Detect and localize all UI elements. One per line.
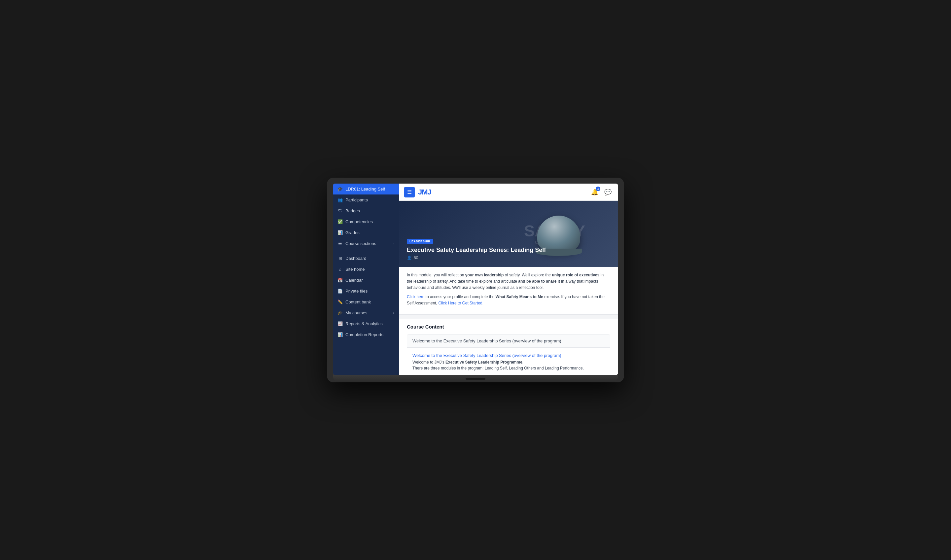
logo: JMJ: [418, 188, 431, 197]
accordion-link[interactable]: Welcome to the Executive Safety Leadersh…: [412, 353, 605, 358]
sidebar-item-dashboard-label: Dashboard: [345, 256, 366, 261]
reports-icon: 📈: [337, 321, 343, 326]
calendar-icon: 📅: [337, 278, 343, 283]
sidebar-item-reports-analytics-label: Reports & Analytics: [345, 321, 383, 326]
sidebar-item-competencies[interactable]: ✅ Competencies: [333, 216, 399, 227]
accordion-body: Welcome to the Executive Safety Leadersh…: [407, 348, 610, 375]
sidebar-item-site-home-label: Site home: [345, 267, 365, 272]
grades-icon: 📊: [337, 230, 343, 235]
content-bank-icon: ✏️: [337, 300, 343, 305]
sidebar-item-badges-label: Badges: [345, 208, 360, 213]
course-content-section: Course Content Welcome to the Executive …: [399, 318, 618, 375]
sidebar-item-content-bank-label: Content bank: [345, 300, 371, 305]
topbar: ☰ JMJ 🔔 4 💬: [399, 183, 618, 201]
sidebar-item-course-sections[interactable]: ☰ Course sections ›: [333, 238, 399, 249]
laptop-screen: 🎓 LDR01: Leading Self 👥 Participants 🛡 B…: [333, 183, 618, 375]
hero-banner: SAFELY OR NOT AT ALL LEADERSHIP Executiv…: [399, 201, 618, 267]
sidebar: 🎓 LDR01: Leading Self 👥 Participants 🛡 B…: [333, 183, 399, 375]
sidebar-item-participants-label: Participants: [345, 197, 368, 202]
competencies-icon: ✅: [337, 219, 343, 224]
sidebar-item-ldr01[interactable]: 🎓 LDR01: Leading Self: [333, 183, 399, 194]
sidebar-item-completion-reports[interactable]: 📊 Completion Reports: [333, 329, 399, 340]
laptop-base: [333, 375, 618, 382]
get-started-link[interactable]: Click Here to Get Started.: [438, 301, 483, 305]
hero-title: Executive Safety Leadership Series: Lead…: [407, 247, 546, 254]
sidebar-item-calendar[interactable]: 📅 Calendar: [333, 275, 399, 286]
topbar-icons: 🔔 4 💬: [590, 187, 613, 197]
sidebar-item-private-files-label: Private files: [345, 289, 368, 294]
notifications-button[interactable]: 🔔 4: [590, 187, 600, 197]
sidebar-item-badges[interactable]: 🛡 Badges: [333, 205, 399, 216]
sidebar-item-grades[interactable]: 📊 Grades: [333, 227, 399, 238]
sidebar-item-reports-analytics[interactable]: 📈 Reports & Analytics: [333, 318, 399, 329]
sidebar-item-course-sections-label: Course sections: [345, 241, 376, 246]
sidebar-item-competencies-label: Competencies: [345, 219, 373, 224]
messages-button[interactable]: 💬: [603, 187, 613, 197]
sidebar-item-site-home[interactable]: ⌂ Site home: [333, 264, 399, 275]
course-icon: 🎓: [337, 186, 343, 192]
accordion-text1: Welcome to JMJ's Executive Safety Leader…: [412, 360, 605, 365]
file-icon: 📄: [337, 289, 343, 294]
dashboard-icon: ⊞: [337, 256, 343, 261]
hero-meta: 👤 80: [407, 255, 546, 260]
hero-count: 80: [414, 255, 418, 260]
hamburger-icon: ☰: [407, 189, 412, 195]
menu-button[interactable]: ☰: [404, 187, 415, 197]
main-content: SAFELY OR NOT AT ALL LEADERSHIP Executiv…: [399, 201, 618, 375]
sidebar-item-content-bank[interactable]: ✏️ Content bank: [333, 297, 399, 308]
hero-tag: LEADERSHIP: [407, 239, 433, 244]
app-container: 🎓 LDR01: Leading Self 👥 Participants 🛡 B…: [333, 183, 618, 375]
sidebar-item-ldr01-label: LDR01: Leading Self: [345, 186, 385, 192]
participants-icon: 👥: [337, 197, 343, 202]
completion-icon: 📊: [337, 332, 343, 337]
sidebar-item-my-courses[interactable]: 🎓 My courses ›: [333, 308, 399, 318]
laptop-frame: 🎓 LDR01: Leading Self 👥 Participants 🛡 B…: [327, 178, 624, 382]
sidebar-item-dashboard[interactable]: ⊞ Dashboard: [333, 253, 399, 264]
accordion-text2: There are three modules in the program: …: [412, 366, 605, 371]
accordion-header[interactable]: Welcome to the Executive Safety Leadersh…: [407, 334, 610, 348]
chevron-right-icon: ›: [393, 242, 394, 245]
sidebar-item-completion-reports-label: Completion Reports: [345, 332, 383, 337]
sidebar-item-private-files[interactable]: 📄 Private files: [333, 286, 399, 297]
logo-text: JMJ: [418, 188, 431, 196]
content-accordion: Welcome to the Executive Safety Leadersh…: [407, 334, 610, 375]
notification-badge: 4: [596, 186, 600, 191]
course-sections-icon: ☰: [337, 241, 343, 246]
course-desc-para1: In this module, you will reflect on your…: [407, 272, 610, 291]
sidebar-item-calendar-label: Calendar: [345, 278, 363, 283]
click-here-link[interactable]: Click here: [407, 294, 424, 299]
sidebar-item-my-courses-label: My courses: [345, 310, 367, 315]
chevron-right-icon-courses: ›: [393, 311, 394, 315]
course-desc-para2: Click here to access your profile and co…: [407, 294, 610, 306]
user-icon: 👤: [407, 255, 412, 260]
sidebar-item-participants[interactable]: 👥 Participants: [333, 194, 399, 205]
course-content-title: Course Content: [407, 324, 610, 329]
home-icon: ⌂: [337, 267, 343, 272]
course-description: In this module, you will reflect on your…: [399, 267, 618, 315]
chat-icon: 💬: [604, 189, 611, 195]
my-courses-icon: 🎓: [337, 310, 343, 315]
sidebar-item-grades-label: Grades: [345, 230, 360, 235]
hero-content: LEADERSHIP Executive Safety Leadership S…: [407, 238, 546, 260]
laptop-notch: [466, 378, 485, 380]
badges-icon: 🛡: [337, 208, 343, 213]
